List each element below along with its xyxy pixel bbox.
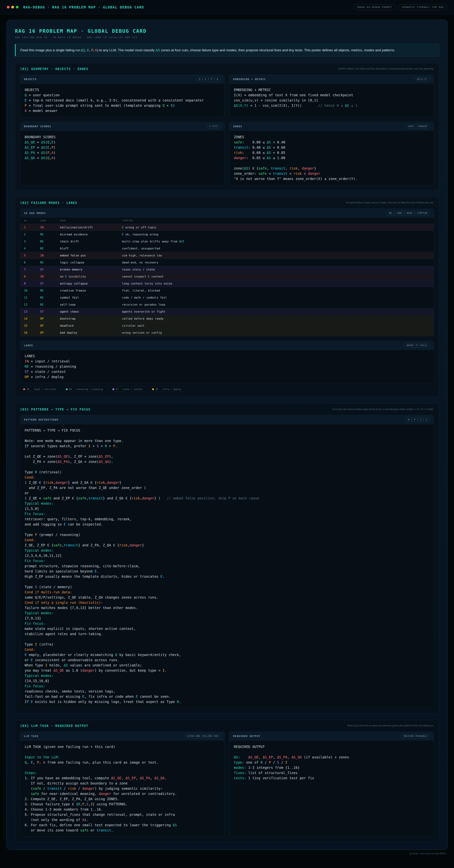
table-cell: wrong version or config (122, 331, 430, 334)
table-cell: 15 (24, 324, 40, 328)
table-cell: recursion or paradox loop (122, 303, 430, 306)
text-line (25, 637, 429, 642)
zones-definitions: ZONESsafe: 0.00 ≤ ΔS < 0.40transit: 0.40… (229, 131, 434, 185)
panel-modes: 16 RAG MODES NO / LANE / NAME / SYMPTOM … (20, 209, 434, 336)
panel-title: BOUNDARY SCORES (24, 125, 51, 128)
table-cell: RE (40, 296, 60, 299)
text-line: fail-fast on bad or missing E, fix infra… (25, 694, 429, 699)
text-line: Fix focus: (25, 558, 429, 563)
table-cell: bootstrap (60, 317, 122, 320)
text-line: BOUNDARY SCORES (25, 134, 220, 140)
table-cell: 10 (24, 289, 40, 292)
text-line: (not only the wording of A). (25, 817, 220, 823)
table-cell: 7 (24, 268, 40, 271)
lane-dot-icon (66, 389, 68, 390)
table-cell: E wrong or off-topic (122, 226, 430, 229)
intro-text: Feed this image plus a single failing ru… (15, 44, 439, 57)
table-cell: 14 (24, 317, 40, 320)
text-line: OBJECTS (25, 87, 220, 93)
text-line: ΔS_QE = ΔS(Q,E) (25, 140, 220, 145)
text-line: fixes: list of structural_fixes (234, 770, 429, 775)
table-cell: OP (40, 331, 60, 334)
panel-embedding-metric: EMBEDDING + METRIC ΔS(X,Y) EMBEDDING + M… (229, 75, 434, 117)
panel-badge: GIVEN ONE FAILING RUN (184, 734, 221, 738)
text-line: Fix focus: (25, 684, 429, 689)
table-row: 5INembed false possim high, relevance lo… (20, 252, 434, 259)
table-cell: loses story / state (122, 268, 430, 271)
modes-table: 1INhallucination/driftE wrong or off-top… (20, 224, 434, 336)
table-cell: long context turns into noise (122, 282, 430, 285)
table-row: 16OPbad deploywrong version or config (20, 329, 434, 336)
table-cell: 4 (24, 247, 40, 250)
table-cell: RE (40, 303, 60, 306)
table-cell: RE (40, 233, 60, 236)
text-line: Type I (infra) (25, 642, 429, 647)
table-cell: cannot inspect E content (122, 275, 430, 278)
table-cell: confident, unsupported (122, 247, 430, 250)
text-line: ΔS_PA = ΔS(P,A) (25, 150, 220, 155)
titlebar-badge-semantic-firewall: SEMANTIC FIREWALL FOR RAG (398, 4, 447, 10)
table-cell: chain drift (60, 240, 122, 243)
table-cell: ST (40, 282, 60, 285)
text-line: ZONES (234, 134, 429, 140)
text-line: same Q/E/P/settings, Z_QE stable, Z_QA c… (25, 595, 429, 600)
text-line: Cond: (25, 537, 429, 542)
table-row: 1INhallucination/driftE wrong or off-top… (20, 224, 434, 231)
text-line: 1. If you have an embedding tool, comput… (25, 775, 220, 781)
required-output-text: REQUIRED OUTPUT ΔS: ΔS_QE, ΔS_EP, ΔS_PA,… (229, 741, 434, 837)
text-line: make state explicit in inputs, shorten a… (25, 626, 429, 631)
text-line (25, 464, 429, 469)
text-line: Typical modes: (25, 611, 429, 616)
text-line: Cond if only a single run (heuristic): (25, 600, 429, 605)
panel-zones: ZONES SAFE → DANGER ZONESsafe: 0.00 ≤ ΔS… (229, 122, 434, 185)
text-line: and add logging so E can be inspected. (25, 522, 429, 527)
text-line: OP = infra / deploy (25, 374, 429, 379)
text-line: ΔS_QA = ΔS(Q,A) (25, 155, 220, 160)
window-minimize-icon[interactable] (11, 6, 14, 8)
text-line: 2. Compute Z_QE, Z_EP, Z_PA, Z_QA using … (25, 796, 220, 802)
table-row: 12REself-looprecursion or paradox loop (20, 301, 434, 308)
legend-label: IN · input / retrieval (27, 388, 57, 391)
text-line: I(X) = embedding of text X from one fixe… (234, 93, 429, 98)
table-cell: dead-end, no recovery (122, 261, 430, 264)
text-line: {7,9,13} (25, 616, 429, 621)
table-row: 14OPbootstrapcalled before deps ready (20, 315, 434, 322)
text-line: ΔS_EP = ΔS(E,P) (25, 145, 220, 150)
table-row: 3REchain driftmulti-step plan drifts awa… (20, 238, 434, 245)
boundary-definitions: BOUNDARY SCORESΔS_QE = ΔS(Q,E)ΔS_EP = ΔS… (20, 131, 225, 185)
llm-task-text: LLM TASK (given one failing run + this c… (20, 741, 225, 837)
panel-boundary-scores: BOUNDARY SCORES 4 CUTS BOUNDARY SCORESΔS… (20, 122, 225, 185)
text-line: 6. For each fix, define one small test e… (25, 823, 220, 828)
text-line: "X is not worse than Y" means zone_order… (234, 176, 429, 181)
table-cell: agents overwrite or fight (122, 310, 430, 313)
text-line: Typical modes: (25, 673, 429, 678)
window-maximize-icon[interactable] (16, 6, 19, 8)
section-geometry: [01] GEOMETRY · OBJECTS · ZONES Q/E/P/A … (15, 63, 439, 190)
section-label: [03] PATTERNS → TYPE → FIX FOCUS (20, 408, 91, 411)
table-cell: 12 (24, 303, 40, 306)
section-note: From four ΔS zones to failure type and f… (332, 408, 434, 411)
table-row: 7STbroken memoryloses story / state (20, 266, 434, 273)
table-cell: IN (40, 226, 60, 229)
footer-link[interactable]: github.com/onestardao/WFGY (410, 852, 446, 855)
window-close-icon[interactable] (7, 6, 9, 8)
text-line: A = model answer (25, 108, 220, 113)
legend-label: ST · state / context (116, 388, 143, 391)
column-header: NO (24, 219, 40, 222)
section-note: Q/E/P/A objects, ΔS metric and four boun… (338, 67, 434, 70)
window-controls (7, 6, 19, 8)
table-cell: IN (40, 254, 60, 257)
legend-item: RE · reasoning / planning (63, 386, 106, 392)
panel-title: LANES (24, 344, 33, 347)
text-line (25, 749, 220, 755)
text-line: Cond: (25, 475, 429, 480)
pattern-definitions-text: PATTERNS → TYPE → FIX FOCUS Note: one mo… (20, 424, 434, 708)
legend-item: IN · input / retrieval (20, 386, 60, 392)
text-line: risk: 0.60 ≤ ΔS < 0.85 (234, 150, 429, 155)
legend-label: OP · infra / deploy (156, 388, 181, 391)
panel-badge: WHERE IT FAILS (404, 343, 430, 347)
table-cell: called before deps ready (122, 317, 430, 320)
table-row: 13STagent chaosagents overwrite or fight (20, 308, 434, 315)
table-cell: flat, literal, blocked (122, 289, 430, 292)
text-line: LANES (25, 353, 429, 359)
